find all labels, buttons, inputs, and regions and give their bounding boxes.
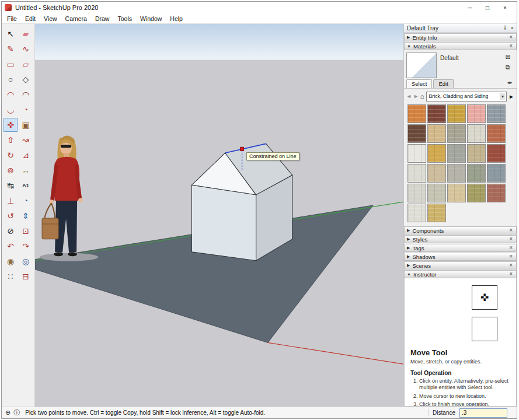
close-icon[interactable]: × <box>508 236 514 242</box>
tray-close-icon[interactable]: × <box>511 25 514 31</box>
tool-text[interactable]: A1 <box>19 178 33 192</box>
close-icon[interactable]: × <box>508 262 514 268</box>
modeling-canvas[interactable]: Constrained on Line <box>35 24 403 407</box>
panel-styles[interactable]: ▶Styles× <box>404 235 517 243</box>
material-swatch-12[interactable] <box>427 144 446 163</box>
minimize-button[interactable]: ─ <box>461 2 479 13</box>
tool-position-camera[interactable]: ◉ <box>4 254 18 268</box>
material-swatch-27[interactable] <box>427 204 446 222</box>
in-model-home-icon[interactable]: ⌂ <box>420 93 424 100</box>
tool-arc-3-point[interactable]: ◠ <box>19 88 33 102</box>
close-button[interactable]: × <box>496 2 514 13</box>
tool-polygon[interactable]: ◇ <box>19 72 33 86</box>
material-swatch-17[interactable] <box>427 164 446 183</box>
tool-line[interactable]: ✎ <box>4 42 18 56</box>
material-swatch-16[interactable] <box>407 164 426 183</box>
tool-follow-me[interactable]: ↝ <box>19 133 33 147</box>
tab-select[interactable]: Select <box>406 79 432 88</box>
house-front-wall[interactable] <box>191 185 256 261</box>
material-collection-dropdown[interactable]: Brick, Cladding and Siding ▾ <box>426 92 507 102</box>
tool-previous[interactable]: ↶ <box>4 239 18 253</box>
move-handle[interactable] <box>241 147 244 150</box>
tool-axes[interactable]: ⊥ <box>4 194 18 208</box>
material-swatch-7[interactable] <box>427 124 446 143</box>
tool-orbit[interactable]: ↺ <box>4 209 18 223</box>
tool-look-around[interactable]: ◎ <box>19 254 33 268</box>
material-swatch-2[interactable] <box>427 104 446 123</box>
pin-icon[interactable]: ↧ <box>503 25 507 31</box>
back-arrow-icon[interactable]: ◄ <box>406 93 412 99</box>
panel-instructor[interactable]: ▼ Instructor × <box>404 270 517 278</box>
material-swatch-13[interactable] <box>447 144 466 163</box>
tool-offset[interactable]: ⊚ <box>4 163 18 177</box>
tool-zoom-extents[interactable]: ⊡ <box>19 224 33 238</box>
menu-draw[interactable]: Draw <box>91 14 114 23</box>
material-swatch-11[interactable] <box>407 144 426 163</box>
sample-paint-icon[interactable]: ✒ <box>506 79 514 88</box>
geolocation-icon[interactable]: ⊕ <box>5 409 11 416</box>
measurement-input[interactable] <box>459 408 507 418</box>
material-swatch-23[interactable] <box>447 184 466 202</box>
tool-arc-2-point[interactable]: ◠ <box>4 88 18 102</box>
tool-arc[interactable]: ◡ <box>4 103 18 117</box>
tool-select[interactable]: ↖ <box>4 27 18 41</box>
maximize-button[interactable]: □ <box>479 2 496 13</box>
tool-rotated-rectangle[interactable]: ▱ <box>19 57 33 71</box>
tool-next[interactable]: ↷ <box>19 239 33 253</box>
material-swatch-8[interactable] <box>447 124 466 143</box>
tool-rectangle[interactable]: ▭ <box>4 57 18 71</box>
close-icon[interactable]: × <box>508 245 514 251</box>
material-swatch-15[interactable] <box>487 144 506 163</box>
menu-help[interactable]: Help <box>166 14 187 23</box>
close-icon[interactable]: × <box>508 228 514 233</box>
info-icon[interactable]: ⓘ <box>13 408 20 417</box>
menu-edit[interactable]: Edit <box>21 14 40 23</box>
tool-protractor[interactable]: ◔ <box>19 194 33 208</box>
close-icon[interactable]: × <box>508 271 514 277</box>
panel-materials[interactable]: ▼ Materials × <box>404 42 517 50</box>
material-swatch-4[interactable] <box>467 104 486 123</box>
material-swatch-25[interactable] <box>487 184 506 202</box>
material-swatch-9[interactable] <box>467 124 486 143</box>
material-swatch-18[interactable] <box>447 164 466 183</box>
menu-tools[interactable]: Tools <box>113 14 136 23</box>
close-icon[interactable]: × <box>508 43 514 49</box>
tab-edit[interactable]: Edit <box>433 79 453 88</box>
material-swatch-5[interactable] <box>487 104 506 123</box>
close-icon[interactable]: × <box>508 254 514 260</box>
details-arrow-icon[interactable]: ► <box>508 93 514 100</box>
tool-freehand[interactable]: ∿ <box>19 42 33 56</box>
material-swatch-6[interactable] <box>407 124 426 143</box>
menu-view[interactable]: View <box>40 14 61 23</box>
tool-tape-measure[interactable]: ↔ <box>19 163 33 177</box>
menu-window[interactable]: Window <box>136 14 166 23</box>
material-swatch-20[interactable] <box>487 164 506 183</box>
material-swatch-14[interactable] <box>467 144 486 163</box>
panel-components[interactable]: ▶Components× <box>404 226 517 235</box>
tool-paint-bucket[interactable]: ▣ <box>19 118 33 132</box>
tool-pan[interactable]: ⇕ <box>19 209 33 223</box>
material-swatch-22[interactable] <box>427 184 446 202</box>
close-icon[interactable]: × <box>508 34 514 40</box>
menu-camera[interactable]: Camera <box>61 14 91 23</box>
tool-move[interactable]: ✜ <box>4 118 18 132</box>
scene-svg[interactable] <box>35 24 403 407</box>
create-material-icon[interactable]: ⊞ <box>503 52 513 61</box>
material-swatch-3[interactable] <box>447 104 466 123</box>
material-swatch-26[interactable] <box>407 204 426 222</box>
panel-scenes[interactable]: ▶Scenes× <box>404 261 517 270</box>
menu-file[interactable]: File <box>3 14 21 23</box>
tool-zoom[interactable]: ⊘ <box>4 224 18 238</box>
tool-rotate[interactable]: ↻ <box>4 148 18 162</box>
material-swatch-19[interactable] <box>467 164 486 183</box>
tool-scale[interactable]: ⊿ <box>19 148 33 162</box>
panel-tags[interactable]: ▶Tags× <box>404 244 517 252</box>
material-swatch-21[interactable] <box>407 184 426 202</box>
tool-push-pull[interactable]: ⇧ <box>4 133 18 147</box>
tool-pie[interactable]: ◔ <box>19 103 33 117</box>
tool-section-plane[interactable]: ⊟ <box>19 270 33 284</box>
tool-dimension[interactable]: ↹ <box>4 178 18 192</box>
tool-walk[interactable]: ∷ <box>4 270 18 284</box>
panel-entity-info[interactable]: ▶ Entity Info × <box>404 33 517 41</box>
forward-arrow-icon[interactable]: ► <box>413 93 419 99</box>
